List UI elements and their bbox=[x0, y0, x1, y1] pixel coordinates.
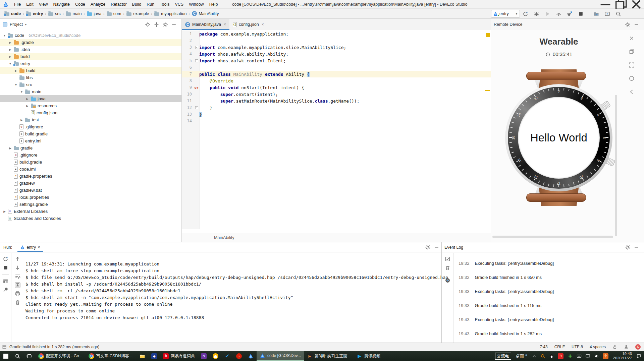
taskbar-video-task[interactable]: ▶第3期: 实习生正面... bbox=[304, 351, 354, 361]
menu-analyze[interactable]: Analyze bbox=[88, 0, 108, 8]
taskbar-deveco-code-task[interactable]: code [G:\OS\Dev... bbox=[257, 351, 304, 361]
breadcrumb-item-myapplication[interactable]: myapplication bbox=[153, 11, 187, 16]
chevron-down-icon[interactable]: ▼ bbox=[24, 23, 27, 26]
caret-position[interactable]: 7:43 bbox=[540, 345, 547, 349]
taskbar-chrome-window-1[interactable]: 配置开发环境 - Go... bbox=[35, 351, 86, 361]
close-tab-icon[interactable]: × bbox=[262, 22, 264, 27]
tree-item-src[interactable]: ▼src bbox=[0, 81, 181, 88]
pin-icon[interactable] bbox=[3, 287, 8, 293]
event-log-entries[interactable]: 19:32Executing tasks: [:entry:assembleDe… bbox=[454, 253, 644, 343]
code-line-7[interactable]: 7public class MainAbility extends Abilit… bbox=[182, 71, 491, 77]
notification-center-icon[interactable] bbox=[636, 354, 641, 359]
taskbar-tencent-video[interactable]: ▶腾讯视频 bbox=[354, 351, 383, 361]
indent-setting[interactable]: 4 spaces bbox=[590, 345, 606, 349]
menu-refactor[interactable]: Refactor bbox=[108, 0, 129, 8]
taskbar-youdao-dict[interactable]: 有网易有道词典 bbox=[160, 351, 198, 361]
tree-item-entry.iml[interactable]: ▪entry.iml bbox=[0, 137, 181, 144]
menu-navigate[interactable]: Navigate bbox=[51, 0, 72, 8]
menu-code[interactable]: Code bbox=[72, 0, 88, 8]
tree-arrow-icon[interactable]: ▶ bbox=[3, 210, 6, 213]
back-icon[interactable] bbox=[629, 89, 635, 95]
up-icon[interactable] bbox=[15, 256, 20, 262]
breadcrumb-item-java[interactable]: java bbox=[86, 11, 102, 16]
gear-icon[interactable] bbox=[162, 22, 168, 27]
taskbar-app-check[interactable]: ✔ bbox=[221, 351, 233, 361]
scrollend-icon[interactable] bbox=[15, 282, 20, 288]
project-panel-title[interactable]: Project bbox=[10, 22, 23, 27]
menu-run[interactable]: Run bbox=[144, 0, 157, 8]
hvd-manager-icon[interactable] bbox=[604, 11, 610, 17]
code-line-8[interactable]: 8 @Override bbox=[182, 77, 491, 84]
tree-item-main[interactable]: ▼main bbox=[0, 88, 181, 95]
breadcrumb-item-code[interactable]: code bbox=[3, 11, 22, 16]
code-line-12[interactable]: 12− } bbox=[182, 104, 491, 111]
taskbar-start[interactable] bbox=[0, 351, 12, 361]
tree-item-.gitignore[interactable]: ⊘.gitignore bbox=[0, 123, 181, 130]
tree-item-build.gradle[interactable]: ●build.gradle bbox=[0, 130, 181, 137]
tree-arrow-icon[interactable]: ▶ bbox=[20, 118, 23, 122]
code-line-5[interactable]: 5−import ohos.aafwk.content.Intent; bbox=[182, 57, 491, 64]
tree-item-build.gradle[interactable]: ●build.gradle bbox=[0, 159, 181, 166]
rerun-icon[interactable] bbox=[523, 11, 528, 17]
menu-help[interactable]: Help bbox=[207, 0, 221, 8]
taskview-icon[interactable] bbox=[26, 353, 32, 359]
close-button[interactable] bbox=[629, 0, 644, 9]
ide-updates-icon[interactable] bbox=[624, 345, 629, 349]
tree-item-.gradle[interactable]: ▶.gradle bbox=[0, 39, 181, 46]
menu-view[interactable]: View bbox=[36, 0, 51, 8]
tray-ime-zh-icon[interactable]: 中 bbox=[603, 353, 608, 359]
tree-item-resources[interactable]: ▶resources bbox=[0, 102, 181, 109]
checkbox-icon[interactable] bbox=[445, 256, 450, 262]
inspection-indicator[interactable] bbox=[486, 33, 490, 37]
trash-icon[interactable] bbox=[445, 265, 450, 271]
deveco-icon[interactable] bbox=[260, 353, 265, 359]
tree-item-code.iml[interactable]: ▪code.iml bbox=[0, 166, 181, 173]
fold-marker-icon[interactable]: − bbox=[195, 46, 198, 49]
print-icon[interactable] bbox=[15, 291, 20, 297]
menu-build[interactable]: Build bbox=[129, 0, 144, 8]
tray-speaker-icon[interactable] bbox=[594, 354, 599, 359]
file-encoding[interactable]: UTF-8 bbox=[572, 345, 583, 349]
vertical-scrollbar[interactable] bbox=[615, 95, 617, 236]
minimize-button[interactable] bbox=[598, 0, 613, 9]
taskbar-app-compass[interactable]: ◆ bbox=[148, 351, 160, 361]
breadcrumb-item-src[interactable]: src bbox=[47, 11, 62, 16]
taskbar-task-view[interactable] bbox=[23, 351, 35, 361]
tree-item-Scratches and Consoles[interactable]: ▤Scratches and Consoles bbox=[0, 215, 181, 222]
tray-penguin-icon[interactable] bbox=[549, 354, 554, 359]
tree-item-code[interactable]: ▼codeG:\OS\DevEco_Studio\code bbox=[0, 32, 181, 39]
menu-edit[interactable]: Edit bbox=[23, 0, 36, 8]
tree-item-config.json[interactable]: {}config.json bbox=[0, 109, 181, 116]
taskbar-deveco-studio[interactable] bbox=[245, 351, 257, 361]
event-log-entry[interactable]: 19:43Executing tasks: [:entry:assembleDe… bbox=[459, 316, 644, 323]
code-line-4[interactable]: 4import ohos.aafwk.ability.Ability; bbox=[182, 51, 491, 57]
rerun-icon[interactable] bbox=[3, 256, 8, 262]
tree-arrow-icon[interactable]: ▼ bbox=[20, 90, 23, 94]
down-icon[interactable] bbox=[15, 265, 20, 270]
tray-chevup-icon[interactable] bbox=[532, 354, 537, 359]
wearable-emulator[interactable]: ▽246810121416182022 Hello World bbox=[491, 19, 627, 242]
lock-icon[interactable] bbox=[612, 345, 617, 349]
minus-icon[interactable] bbox=[434, 244, 439, 250]
tree-item-gradlew.bat[interactable]: ≡gradlew.bat bbox=[0, 187, 181, 194]
code-line-6[interactable]: 6 bbox=[182, 64, 491, 71]
restore-button[interactable] bbox=[613, 0, 629, 9]
desktop-toolbar-label[interactable]: 桌面 » bbox=[516, 353, 528, 359]
tree-item-gradlew[interactable]: ≡gradlew bbox=[0, 180, 181, 187]
stop-icon[interactable] bbox=[578, 11, 584, 17]
taskbar-search[interactable] bbox=[12, 351, 23, 361]
event-log-entry[interactable]: 19:32Gradle build finished in 1 s 650 ms bbox=[459, 274, 644, 281]
search-icon[interactable] bbox=[615, 11, 621, 17]
tree-arrow-icon[interactable]: ▼ bbox=[3, 34, 6, 37]
tree-item-gradle[interactable]: ▶gradle bbox=[0, 144, 181, 152]
softwrap-icon[interactable] bbox=[15, 274, 20, 279]
tree-arrow-icon[interactable]: ▶ bbox=[25, 97, 29, 101]
status-message[interactable]: Gradle build finished in 1 s 282 ms (mom… bbox=[9, 345, 99, 349]
tree-item-gradle.properties[interactable]: ≡gradle.properties bbox=[0, 173, 181, 180]
tray-greencross-icon[interactable]: ✚ bbox=[567, 353, 573, 359]
fullscreen-icon[interactable] bbox=[629, 62, 635, 68]
event-log-entry[interactable]: 19:33Gradle build finished in 1 s 115 ms bbox=[459, 302, 644, 309]
close-tab-icon[interactable]: × bbox=[224, 22, 226, 27]
breadcrumb-item-MainAbility[interactable]: CMainAbility bbox=[191, 11, 220, 16]
watch-screen[interactable]: Hello World bbox=[518, 97, 600, 179]
